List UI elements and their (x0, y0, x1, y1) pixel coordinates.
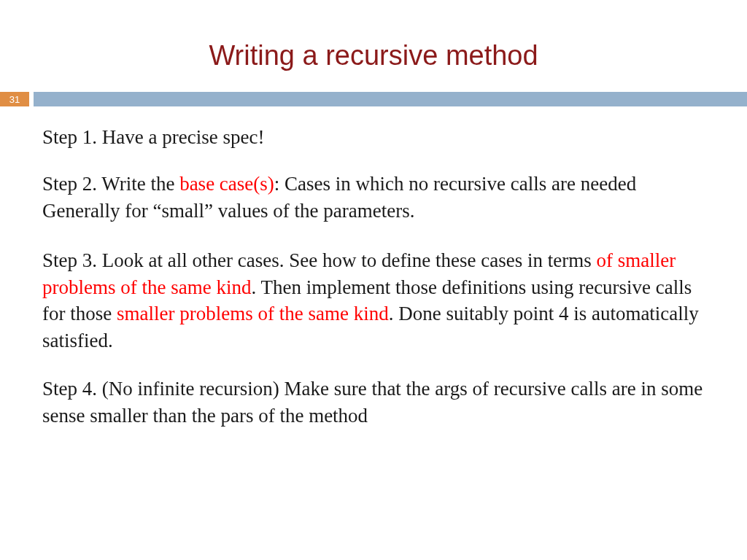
step-1: Step 1. Have a precise spec! (42, 124, 703, 150)
slide-body: Step 1. Have a precise spec! Step 2. Wri… (0, 106, 747, 429)
slide-title: Writing a recursive method (0, 0, 747, 92)
header-band: 31 (0, 92, 747, 106)
step-4-text: Step 4. (No infinite recursion) Make sur… (42, 378, 703, 426)
step-2-red-a: base case(s) (179, 173, 274, 195)
step-1-text: Step 1. Have a precise spec! (42, 126, 264, 148)
step-2: Step 2. Write the base case(s): Cases in… (42, 171, 703, 224)
step-3: Step 3. Look at all other cases. See how… (42, 247, 703, 354)
page-number-badge: 31 (0, 92, 29, 106)
step-3-part-a: Step 3. Look at all other cases. See how… (42, 249, 597, 271)
step-4: Step 4. (No infinite recursion) Make sur… (42, 376, 703, 429)
step-3-red-b: smaller problems of the same kind (117, 303, 389, 324)
band-bar (34, 92, 747, 106)
step-2-part-a: Step 2. Write the (42, 173, 179, 195)
